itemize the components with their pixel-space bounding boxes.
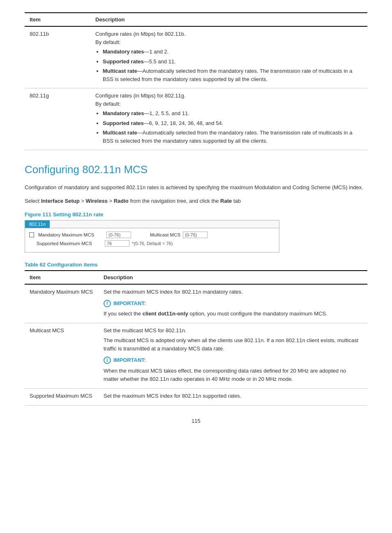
select-nav-post1: from the navigation tree, and click the xyxy=(129,198,220,204)
top-table-col2-header: Description xyxy=(90,13,367,26)
list-item: Multicast rate—Automatically selected fr… xyxy=(103,67,362,83)
page-number: 115 xyxy=(25,418,367,424)
ui-mockup: 802.11n Mandatory Maximum MCS (0-76) Mul… xyxy=(25,220,279,253)
select-nav-sep1: > xyxy=(80,198,86,204)
list-item: Supported rates—5.5 and 11. xyxy=(103,58,362,66)
list-item: Multicast rate—Automatically selected fr… xyxy=(103,129,362,145)
select-nav-bold3: Radio xyxy=(114,198,129,204)
select-nav-bold1: Interface Setup xyxy=(41,198,80,204)
mandatory-mcs-label: Mandatory Maximum MCS xyxy=(38,232,104,237)
config-table-col1-header: Item xyxy=(25,271,99,284)
mandatory-mcs-checkbox[interactable] xyxy=(29,232,34,237)
config-row-item: Mandatory Maximum MCS xyxy=(25,284,99,323)
important-icon: i xyxy=(104,357,111,364)
config-table-col2-header: Description xyxy=(99,271,367,284)
select-nav-text: Select Interface Setup > Wireless > Radi… xyxy=(25,197,367,206)
figure-label: Figure 111 Setting 802.11n rate xyxy=(25,211,367,218)
select-nav-pre: Select xyxy=(25,198,41,204)
config-row-desc: Set the maximum MCS index for 802.11n su… xyxy=(99,388,367,405)
supported-mcs-hint: *(0-76, Default = 76) xyxy=(132,241,173,246)
ui-tab-802-11n[interactable]: 802.11n xyxy=(25,220,50,228)
table-row-desc: Configure rates (in Mbps) for 802.11g.By… xyxy=(90,88,367,150)
table-row-item: 802.11b xyxy=(25,26,90,88)
config-row-item: Multicast MCS xyxy=(25,323,99,389)
table-row-item: 802.11g xyxy=(25,88,90,150)
table-label: Table 62 Configuration items xyxy=(25,262,367,268)
supported-mcs-label: Supported Maximum MCS xyxy=(37,241,102,246)
multicast-mcs-input[interactable]: (0-76) xyxy=(183,232,208,238)
important-label: IMPORTANT: xyxy=(113,356,146,364)
select-nav-post2: tab xyxy=(232,198,241,204)
table-row-desc: Configure rates (in Mbps) for 802.11b.By… xyxy=(90,26,367,88)
select-nav-sep2: > xyxy=(108,198,114,204)
top-table-col1-header: Item xyxy=(25,13,90,26)
important-icon: i xyxy=(104,300,111,307)
important-label: IMPORTANT: xyxy=(113,299,146,308)
config-row-item: Supported Maximum MCS xyxy=(25,388,99,405)
select-nav-bold4: Rate xyxy=(220,198,232,204)
important-block: iIMPORTANT: xyxy=(104,356,362,364)
config-row-desc: Set the multicast MCS for 802.11n.The mu… xyxy=(99,323,367,389)
list-item: Mandatory rates—1 and 2. xyxy=(103,48,362,56)
list-item: Supported rates—6, 9, 12, 18, 24, 36, 48… xyxy=(103,119,362,127)
select-nav-bold2: Wireless xyxy=(86,198,108,204)
mandatory-mcs-input[interactable]: (0-76) xyxy=(106,232,131,238)
list-item: Mandatory rates—1, 2, 5.5, and 11. xyxy=(103,109,362,118)
config-table: Item Description Mandatory Maximum MCSSe… xyxy=(25,270,367,406)
multicast-mcs-label: Multicast MCS xyxy=(150,232,180,237)
section-title: Configuring 802.11n MCS xyxy=(25,163,367,176)
body-paragraph: Configuration of mandatory and supported… xyxy=(25,183,367,192)
top-table: Item Description 802.11bConfigure rates … xyxy=(25,12,367,150)
important-block: iIMPORTANT: xyxy=(104,299,362,308)
supported-mcs-input[interactable]: 76 xyxy=(105,240,129,247)
config-row-desc: Set the maximum MCS index for 802.11n ma… xyxy=(99,284,367,323)
